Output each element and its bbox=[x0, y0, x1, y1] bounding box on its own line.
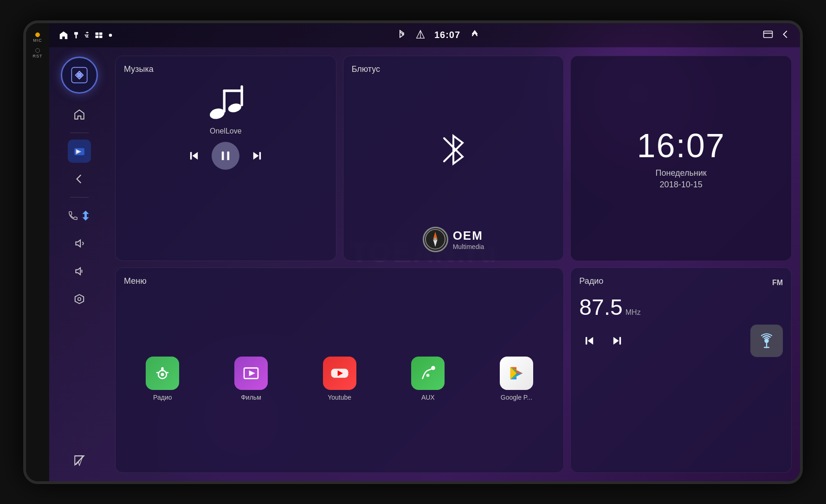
divider1 bbox=[70, 133, 89, 133]
radio-unit: MHz bbox=[626, 308, 641, 317]
dot-icon bbox=[107, 32, 114, 39]
svg-marker-43 bbox=[249, 370, 255, 376]
main-content: Музыка OnelLove bbox=[110, 47, 800, 481]
send-btn[interactable] bbox=[68, 449, 91, 472]
app-item-radio[interactable]: Радио bbox=[146, 357, 179, 401]
screen: 16:07 bbox=[49, 23, 800, 481]
svg-marker-18 bbox=[75, 294, 84, 304]
menu-card: Меню Радио bbox=[115, 268, 564, 473]
music-track: OnelLove bbox=[210, 127, 242, 135]
bluetooth-card: Блютус bbox=[343, 56, 564, 261]
status-center: 16:07 bbox=[114, 29, 763, 41]
signal-status-icon bbox=[416, 30, 425, 41]
rst-group: RST bbox=[33, 48, 43, 59]
mic-indicator bbox=[35, 32, 40, 37]
physical-buttons: MIC RST bbox=[26, 23, 49, 481]
menu-title: Меню bbox=[124, 276, 555, 286]
aux-app-label: AUX bbox=[421, 394, 435, 401]
app-logo[interactable] bbox=[61, 57, 98, 94]
volume-down-btn[interactable] bbox=[68, 260, 91, 283]
mic-group: MIC bbox=[33, 32, 42, 44]
svg-point-36 bbox=[434, 238, 437, 241]
app-item-google[interactable]: Google P... bbox=[500, 357, 533, 401]
aux-app-icon bbox=[411, 357, 445, 390]
back-icon[interactable] bbox=[781, 29, 791, 41]
svg-rect-1 bbox=[76, 34, 77, 38]
svg-rect-40 bbox=[156, 372, 160, 373]
radio-prev-btn[interactable] bbox=[579, 331, 600, 351]
svg-point-38 bbox=[161, 373, 164, 376]
clock-day: Понедельник bbox=[656, 168, 707, 178]
divider2 bbox=[70, 197, 89, 198]
svg-marker-31 bbox=[253, 152, 259, 159]
svg-rect-0 bbox=[74, 32, 78, 34]
volume-up-btn[interactable] bbox=[68, 232, 91, 255]
radio-card: Радио FM 87.5 MHz bbox=[570, 268, 792, 473]
clock-card: 16:07 Понедельник 2018-10-15 bbox=[570, 56, 792, 261]
app-item-film[interactable]: Фильм bbox=[234, 357, 268, 401]
oem-logo: OEM Multimedia bbox=[423, 227, 484, 252]
svg-point-47 bbox=[426, 373, 430, 376]
device: MIC RST bbox=[23, 20, 803, 484]
svg-rect-2 bbox=[96, 32, 99, 35]
svg-marker-16 bbox=[76, 268, 80, 274]
svg-rect-41 bbox=[165, 372, 168, 373]
music-controls bbox=[186, 142, 265, 170]
usb2-icon bbox=[84, 32, 91, 39]
oem-text: OEM Multimedia bbox=[453, 229, 484, 250]
svg-rect-24 bbox=[223, 89, 226, 113]
music-card: Музыка OnelLove bbox=[115, 56, 336, 261]
svg-marker-27 bbox=[193, 152, 198, 159]
radio-cast-btn[interactable] bbox=[750, 325, 783, 357]
app-item-aux[interactable]: AUX bbox=[411, 357, 445, 401]
svg-rect-39 bbox=[161, 367, 164, 371]
google-app-label: Google P... bbox=[501, 394, 532, 401]
back-nav-btn[interactable] bbox=[68, 167, 91, 191]
svg-point-23 bbox=[227, 102, 242, 114]
grid-icon bbox=[95, 32, 103, 39]
svg-rect-4 bbox=[96, 35, 99, 38]
svg-rect-3 bbox=[99, 32, 103, 35]
film-app-icon bbox=[234, 357, 268, 390]
screen-sidebar bbox=[49, 47, 110, 481]
mic-label: MIC bbox=[33, 38, 42, 43]
radio-freq-row: 87.5 MHz bbox=[579, 294, 783, 320]
rst-indicator bbox=[35, 48, 40, 53]
svg-point-19 bbox=[78, 297, 81, 300]
window-icon bbox=[763, 29, 773, 41]
home-status-icon bbox=[58, 30, 69, 40]
pause-btn[interactable] bbox=[212, 142, 239, 170]
bluetooth-status-icon bbox=[397, 29, 407, 41]
svg-rect-55 bbox=[620, 337, 621, 344]
svg-rect-9 bbox=[764, 31, 773, 37]
bt-title: Блютус bbox=[352, 64, 380, 74]
hexagon-btn[interactable] bbox=[68, 287, 91, 311]
next-btn[interactable] bbox=[249, 147, 265, 164]
svg-marker-52 bbox=[588, 337, 594, 344]
svg-rect-5 bbox=[99, 35, 103, 38]
radio-title: Радио bbox=[579, 276, 603, 286]
radio-app-label: Радио bbox=[153, 394, 172, 401]
film-app-label: Фильм bbox=[241, 394, 261, 401]
call-bt-btn[interactable] bbox=[68, 204, 91, 227]
status-left bbox=[58, 30, 114, 40]
music-note-icon bbox=[205, 82, 246, 123]
radio-antenna-icon bbox=[758, 332, 775, 350]
svg-marker-15 bbox=[76, 240, 80, 247]
screen-mirror-btn[interactable] bbox=[68, 140, 91, 163]
svg-rect-25 bbox=[241, 85, 243, 106]
bluetooth-icon bbox=[435, 127, 472, 173]
youtube-app-label: Youtube bbox=[328, 394, 351, 401]
svg-point-46 bbox=[431, 366, 435, 370]
radio-next-btn[interactable] bbox=[607, 331, 627, 351]
radio-controls bbox=[579, 325, 783, 357]
home-nav-btn[interactable] bbox=[68, 103, 91, 126]
app-item-youtube[interactable]: Youtube bbox=[323, 357, 356, 401]
radio-frequency: 87.5 bbox=[579, 294, 622, 320]
prev-btn[interactable] bbox=[186, 147, 202, 164]
svg-rect-53 bbox=[586, 337, 587, 344]
svg-rect-28 bbox=[190, 152, 192, 159]
svg-point-6 bbox=[109, 33, 112, 37]
rst-label: RST bbox=[33, 54, 43, 58]
clock-time: 16:07 bbox=[637, 127, 725, 165]
